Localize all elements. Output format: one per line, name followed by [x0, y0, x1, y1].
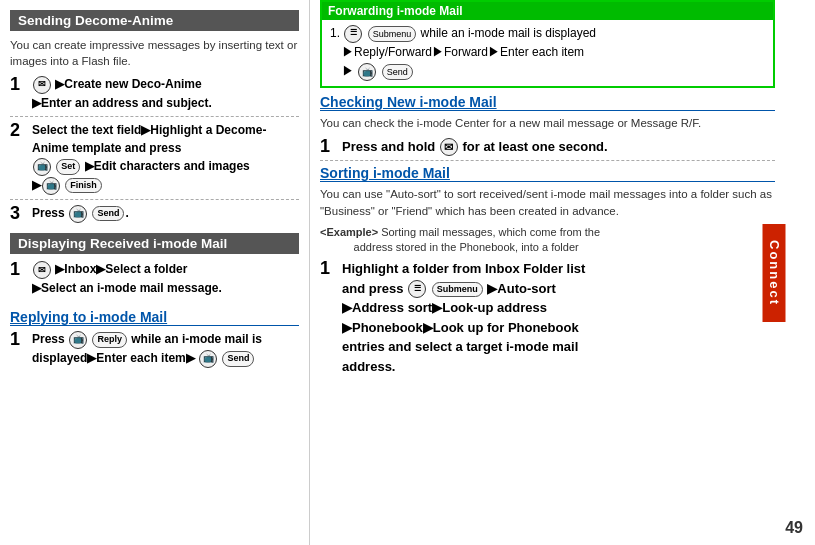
send-button-reply[interactable]: Send	[222, 351, 254, 367]
sort-step-content: Highlight a folder from Inbox Folder lis…	[342, 259, 775, 376]
right-column: Forwarding i-mode Mail 1. ☰ Submenu whil…	[310, 0, 815, 545]
checking-heading: Checking New i-mode Mail	[320, 94, 775, 111]
check-step-content: Press and hold ✉ for at least one second…	[342, 137, 775, 157]
send-label-fwd: Send	[387, 65, 408, 79]
left-step1: 1 ✉ ▶Create new Deco-Anime▶Enter an addr…	[10, 75, 299, 117]
forwarding-box: Forwarding i-mode Mail 1. ☰ Submenu whil…	[320, 0, 775, 88]
section2-title: Displaying Received i-mode Mail	[10, 233, 299, 254]
forwarding-content: 1. ☰ Submenu while an i-mode mail is dis…	[330, 24, 765, 82]
submenu-button-fwd[interactable]: Submenu	[368, 26, 417, 42]
send-button-left[interactable]: Send	[92, 206, 124, 222]
reply-step1: 1 Press 📺 Reply while an i-mode mail isd…	[10, 330, 299, 372]
sorting-intro: You can use "Auto-sort" to sort received…	[320, 186, 775, 218]
checking-intro: You can check the i-mode Center for a ne…	[320, 115, 775, 131]
page-number: 49	[785, 519, 803, 537]
menu-icon-fwd: ☰	[344, 25, 362, 43]
send-label: Send	[97, 207, 119, 221]
set-button-label: Set	[61, 160, 75, 174]
mail-icon: ✉	[33, 76, 51, 94]
submenu-label-fwd: Submenu	[373, 27, 412, 41]
left-step1-content: ✉ ▶Create new Deco-Anime▶Enter an addres…	[32, 75, 299, 112]
tv-icon-fwd: 📺	[358, 63, 376, 81]
submenu-button-sort[interactable]: Submenu	[432, 282, 483, 298]
tv-icon-finish: 📺	[42, 177, 60, 195]
forwarding-title: Forwarding i-mode Mail	[322, 2, 773, 20]
tv-icon-set: 📺	[33, 158, 51, 176]
envelope-icon: ✉	[440, 138, 458, 156]
reply-step1-content: Press 📺 Reply while an i-mode mail isdis…	[32, 330, 299, 368]
left-step3: 3 Press 📺 Send .	[10, 204, 299, 228]
reply-label: Reply	[97, 333, 122, 347]
sort-step: 1 Highlight a folder from Inbox Folder l…	[320, 259, 775, 380]
send-label-2: Send	[227, 352, 249, 366]
sorting-heading: Sorting i-mode Mail	[320, 165, 775, 182]
finish-button-label: Finish	[70, 179, 97, 193]
left-step2-content: Select the text field▶Highlight a Decome…	[32, 121, 299, 195]
left-step3-content: Press 📺 Send .	[32, 204, 299, 223]
menu-icon-sort: ☰	[408, 280, 426, 298]
submenu-label-sort: Submenu	[437, 283, 478, 297]
left-step2: 2 Select the text field▶Highlight a Deco…	[10, 121, 299, 200]
set-button[interactable]: Set	[56, 159, 80, 175]
section1-title: Sending Decome-Anime	[10, 10, 299, 31]
reply-button[interactable]: Reply	[92, 332, 127, 348]
tv-icon-reply: 📺	[69, 331, 87, 349]
left-column: Sending Decome-Anime You can create impr…	[0, 0, 310, 545]
disp-step1-content: ✉ ▶Inbox▶Select a folder▶Select an i-mod…	[32, 260, 299, 297]
section3-heading: Replying to i-mode Mail	[10, 309, 299, 326]
send-button-fwd[interactable]: Send	[382, 64, 413, 80]
section1-intro: You can create impressive messages by in…	[10, 37, 299, 69]
disp-step1: 1 ✉ ▶Inbox▶Select a folder▶Select an i-m…	[10, 260, 299, 301]
tv-icon-send2: 📺	[199, 350, 217, 368]
tv-icon-send: 📺	[69, 205, 87, 223]
right-inner: Forwarding i-mode Mail 1. ☰ Submenu whil…	[320, 0, 805, 380]
example-block: <Example> Sorting mail messages, which c…	[320, 225, 775, 256]
mail-icon-2: ✉	[33, 261, 51, 279]
connect-label: Connect	[763, 224, 786, 322]
check-step: 1 Press and hold ✉ for at least one seco…	[320, 137, 775, 162]
finish-button[interactable]: Finish	[65, 178, 102, 194]
